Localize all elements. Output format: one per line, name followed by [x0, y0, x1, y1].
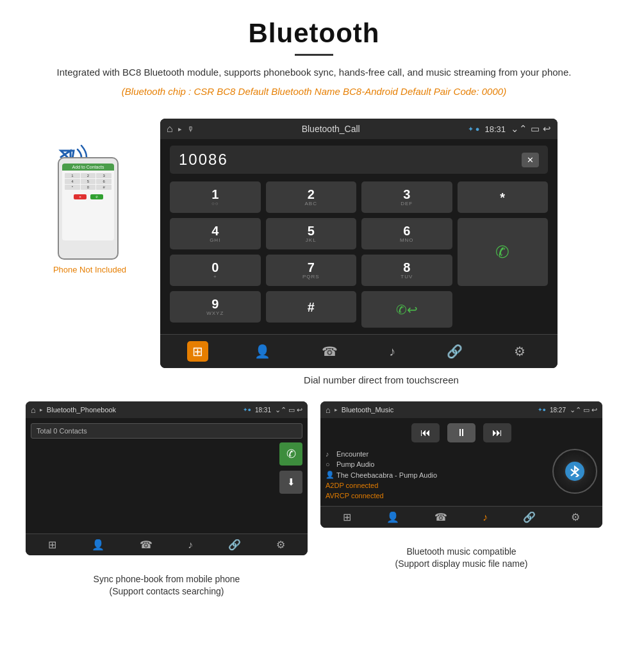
phonebook-screen: ⌂ ▸ Bluetooth_Phonebook ✦● 18:31 ⌄⌃ ▭ ↩ … — [26, 401, 308, 555]
dial-key-4[interactable]: 4 GHI — [170, 218, 261, 249]
expand-icon: ⌄⌃ — [511, 123, 527, 135]
track-name-row: ♪ Encounter — [326, 449, 547, 459]
ms-link-icon[interactable]: 🔗 — [523, 511, 536, 523]
music-title: Bluetooth_Music — [342, 406, 534, 414]
redial-button[interactable]: ✆↩ — [361, 291, 452, 328]
bluetooth-status-icon: ✦ ● — [468, 125, 480, 133]
phone-key-hash: # — [96, 185, 112, 190]
dialpad-bottom-icon[interactable]: ⊞ — [187, 341, 208, 362]
play-pause-button[interactable]: ⏸ — [447, 423, 475, 442]
contacts-bottom-icon[interactable]: 👤 — [249, 341, 276, 362]
link-bottom-icon[interactable]: 🔗 — [442, 341, 468, 362]
phone-call-buttons: ✕ ✆ — [62, 194, 114, 199]
pb-link-icon[interactable]: 🔗 — [228, 539, 241, 551]
artist-row: 👤 The Cheebacabra - Pump Audio — [326, 469, 547, 480]
music-nav-sep: ▸ — [335, 407, 338, 413]
dial-key-star[interactable]: * — [458, 181, 549, 213]
call-screen-title: Bluetooth_Call — [199, 124, 463, 134]
music-bt-status: ✦● — [538, 407, 546, 413]
main-content: Add to Contacts 1 2 3 4 5 6 * 0 # — [0, 119, 628, 389]
home-icon: ⌂ — [167, 123, 173, 135]
dialpad-grid: 1 ○○ 2 ABC 3 DEF * — [170, 181, 548, 328]
phone-screen: Add to Contacts 1 2 3 4 5 6 * 0 # — [62, 164, 114, 240]
phone-bottom-icon[interactable]: ☎ — [317, 341, 343, 362]
music-bottom-icon[interactable]: ♪ — [384, 342, 401, 362]
ms-phone-icon[interactable]: ☎ — [434, 511, 447, 523]
phone-illustration: Add to Contacts 1 2 3 4 5 6 * 0 # — [45, 131, 135, 260]
phonebook-window-icon: ▭ — [288, 406, 295, 414]
music-caption: Bluetooth music compatible(Support displ… — [395, 533, 528, 571]
dial-key-6[interactable]: 6 MNO — [361, 218, 452, 249]
phone-body: Add to Contacts 1 2 3 4 5 6 * 0 # — [58, 157, 119, 260]
car-screen-call: ⌂ ▸ 🎙 Bluetooth_Call ✦ ● 18:31 ⌄⌃ ▭ ↩ 10… — [160, 119, 558, 368]
ms-contacts-icon[interactable]: 👤 — [386, 511, 399, 523]
phone-key-3: 3 — [96, 173, 112, 178]
track-name: Encounter — [336, 450, 368, 458]
prev-track-button[interactable]: ⏮ — [411, 423, 440, 442]
music-transport-controls: ⏮ ⏸ ⏭ — [326, 423, 597, 442]
person-icon: 👤 — [326, 471, 333, 479]
page-description: Integrated with BC8 Bluetooth module, su… — [51, 65, 577, 80]
pb-music-icon[interactable]: ♪ — [188, 539, 193, 551]
ms-dialpad-icon[interactable]: ⊞ — [343, 511, 351, 523]
backspace-button[interactable]: ✕ — [522, 153, 539, 167]
music-note-decoration: ♪ — [591, 451, 595, 458]
dial-key-9[interactable]: 9 WXYZ — [170, 291, 261, 323]
phone-key-6: 6 — [96, 179, 112, 184]
next-track-button[interactable]: ⏭ — [483, 423, 511, 442]
dial-caption: Dial number direct from touchscreen — [160, 374, 602, 389]
download-contacts-button[interactable]: ⬇ — [279, 471, 302, 494]
mic-icon: 🎙 — [187, 125, 194, 133]
phonebook-expand-icon: ⌄⌃ — [275, 406, 286, 414]
phonebook-topbar-icons: ⌄⌃ ▭ ↩ — [275, 406, 302, 414]
phonebook-topbar: ⌂ ▸ Bluetooth_Phonebook ✦● 18:31 ⌄⌃ ▭ ↩ — [26, 401, 308, 418]
pb-settings-icon[interactable]: ⚙ — [276, 539, 285, 551]
dial-key-7[interactable]: 7 PQRS — [266, 255, 357, 286]
phonebook-content: Total 0 Contacts ✆ ⬇ — [26, 418, 308, 533]
pb-phone-icon[interactable]: ☎ — [140, 539, 153, 551]
phonebook-caption: Sync phone-book from mobile phone(Suppor… — [94, 560, 240, 598]
nav-separator: ▸ — [178, 125, 182, 133]
phone-screen-header: Add to Contacts — [62, 164, 114, 171]
call-button[interactable]: ✆ — [458, 218, 549, 286]
call-screen-topbar: ⌂ ▸ 🎙 Bluetooth_Call ✦ ● 18:31 ⌄⌃ ▭ ↩ — [160, 119, 558, 139]
phonebook-time: 18:31 — [255, 407, 271, 414]
call-contact-button[interactable]: ✆ — [279, 442, 302, 466]
phonebook-back-icon: ↩ — [297, 406, 302, 414]
dial-key-0plus[interactable]: 0 + — [170, 255, 261, 286]
number-display: 10086 ✕ — [170, 146, 548, 174]
phonebook-title: Bluetooth_Phonebook — [47, 406, 239, 414]
music-track-info: ♪ Encounter ○ Pump Audio 👤 The Cheebacab… — [326, 449, 547, 501]
dial-key-5[interactable]: 5 JKL — [266, 218, 357, 249]
circle-icon: ○ — [326, 460, 333, 468]
title-divider — [295, 54, 333, 56]
settings-bottom-icon[interactable]: ⚙ — [509, 341, 531, 362]
dial-key-1[interactable]: 1 ○○ — [170, 181, 261, 213]
pb-contacts-icon[interactable]: 👤 — [92, 539, 104, 551]
dial-key-8[interactable]: 8 TUV — [361, 255, 452, 286]
vinyl-disc: ♪ — [552, 449, 597, 494]
music-bottombar: ⊞ 👤 ☎ ♪ 🔗 ⚙ — [320, 506, 602, 528]
dial-key-hash[interactable]: # — [266, 291, 357, 323]
dialed-number: 10086 — [179, 151, 228, 169]
a2dp-status: A2DP connected — [326, 482, 378, 489]
ms-settings-icon[interactable]: ⚙ — [571, 511, 580, 523]
dial-key-3[interactable]: 3 DEF — [361, 181, 452, 213]
car-screen-section: ⌂ ▸ 🎙 Bluetooth_Call ✦ ● 18:31 ⌄⌃ ▭ ↩ 10… — [154, 119, 602, 389]
phone-key-star: * — [65, 185, 80, 190]
topbar-action-icons: ⌄⌃ ▭ ↩ — [511, 123, 551, 135]
music-back-icon: ↩ — [591, 406, 597, 414]
pb-dialpad-icon[interactable]: ⊞ — [48, 539, 56, 551]
avrcp-row: AVRCP connected — [326, 491, 547, 501]
window-icon: ▭ — [531, 123, 540, 135]
audio-source-row: ○ Pump Audio — [326, 459, 547, 469]
phone-key-4: 4 — [65, 179, 80, 184]
dialpad-area: 10086 ✕ 1 ○○ 2 ABC 3 DEF — [160, 139, 558, 334]
phone-section: Add to Contacts 1 2 3 4 5 6 * 0 # — [26, 119, 154, 274]
ms-music-icon[interactable]: ♪ — [483, 512, 488, 523]
bottom-screens: ⌂ ▸ Bluetooth_Phonebook ✦● 18:31 ⌄⌃ ▭ ↩ … — [0, 395, 628, 611]
music-home-icon: ⌂ — [326, 405, 331, 415]
dial-key-2[interactable]: 2 ABC — [266, 181, 357, 213]
phone-screen-body: 1 2 3 4 5 6 * 0 # — [62, 171, 114, 192]
phonebook-col: ⌂ ▸ Bluetooth_Phonebook ✦● 18:31 ⌄⌃ ▭ ↩ … — [26, 401, 308, 598]
